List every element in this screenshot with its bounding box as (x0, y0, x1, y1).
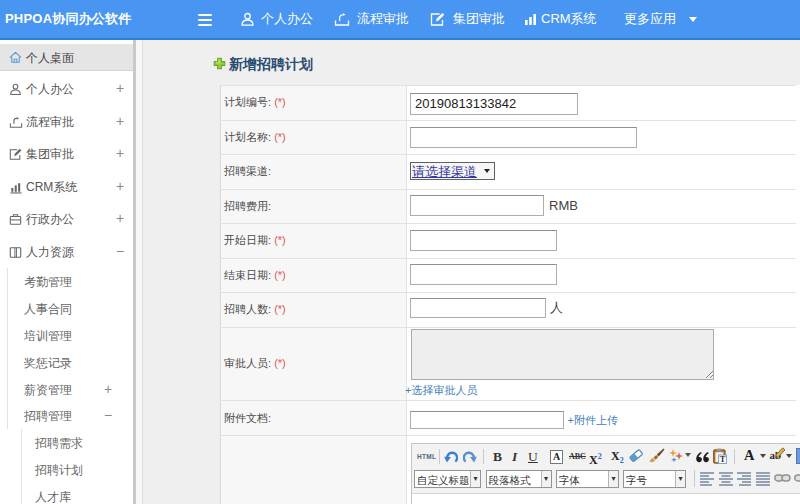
svg-text:T: T (720, 454, 726, 464)
